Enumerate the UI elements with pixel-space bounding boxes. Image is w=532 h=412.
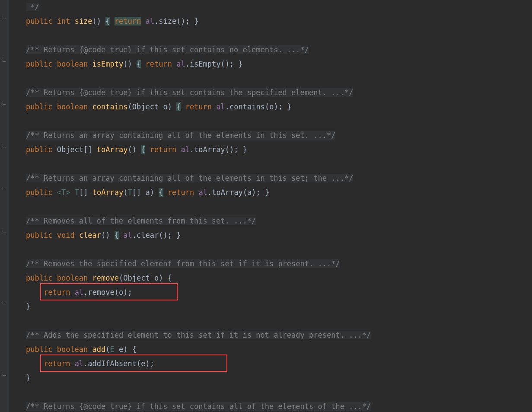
code-line[interactable]: public boolean isEmpty() { return al.isE… (26, 57, 532, 71)
blank-line[interactable] (26, 243, 532, 257)
kw-public: public (26, 17, 52, 26)
code-line[interactable]: public int size() { return al.size(); } (26, 14, 532, 29)
kw-int: int (57, 17, 70, 26)
blank-line[interactable] (26, 29, 532, 43)
javadoc-comment: /** Returns {@code true} if this set con… (26, 88, 353, 97)
code-line[interactable]: /** Adds the specified element to this s… (26, 328, 532, 342)
method-toArray-T: toArray (92, 188, 124, 197)
code-line[interactable]: /** Returns an array containing all of t… (26, 128, 532, 143)
javadoc-comment: /** Adds the specified element to this s… (26, 331, 371, 339)
fold-mark-icon[interactable] (3, 58, 6, 62)
kw-return: return (115, 17, 141, 26)
code-line[interactable]: public boolean contains(Object o) { retu… (26, 100, 532, 114)
blank-line[interactable] (26, 71, 532, 86)
code-line[interactable]: return al.remove(o); (26, 285, 532, 300)
javadoc-comment: /** Returns an array containing all of t… (26, 174, 353, 182)
method-add: add (92, 345, 106, 354)
code-line[interactable]: /** Returns {@code true} if this set con… (26, 399, 532, 412)
method-clear: clear (79, 231, 101, 240)
code-line[interactable]: return al.addIfAbsent(e); (26, 357, 532, 371)
code-editor[interactable]: */ public int size() { return al.size();… (26, 0, 532, 412)
code-line[interactable]: } (26, 371, 532, 385)
code-line[interactable]: } (26, 300, 532, 314)
code-line[interactable]: /** Removes the specified element from t… (26, 257, 532, 271)
fold-mark-icon[interactable] (3, 230, 6, 233)
javadoc-comment: /** Returns an array containing all of t… (26, 131, 335, 140)
method-isEmpty: isEmpty (92, 60, 124, 68)
javadoc-comment: /** Returns {@code true} if this set con… (26, 402, 371, 411)
code-line[interactable]: /** Removes all of the elements from thi… (26, 214, 532, 228)
method-contains: contains (92, 102, 128, 111)
open-brace: { (105, 17, 110, 26)
code-line[interactable]: public boolean add(E e) { (26, 342, 532, 357)
fold-mark-icon[interactable] (3, 187, 6, 190)
code-line[interactable]: public boolean remove(Object o) { (26, 271, 532, 285)
field-al: al (146, 17, 154, 26)
javadoc-comment: /** Removes all of the elements from thi… (26, 217, 256, 225)
call-size: size (159, 17, 176, 26)
fold-mark-icon[interactable] (3, 101, 6, 105)
blank-line[interactable] (26, 157, 532, 171)
method-toArray: toArray (97, 145, 128, 154)
blank-line[interactable] (26, 200, 532, 214)
javadoc-comment: /** Removes the specified element from t… (26, 259, 340, 268)
blank-line[interactable] (26, 385, 532, 399)
code-line[interactable]: public Object[] toArray() { return al.to… (26, 143, 532, 157)
code-line[interactable]: /** Returns {@code true} if this set con… (26, 43, 532, 57)
code-line[interactable]: /** Returns {@code true} if this set con… (26, 86, 532, 100)
fold-mark-icon[interactable] (3, 301, 6, 304)
blank-line[interactable] (26, 114, 532, 128)
method-remove: remove (92, 274, 119, 282)
method-size: size (75, 17, 92, 26)
comment-end: */ (26, 3, 39, 11)
code-line[interactable]: /** Returns an array containing all of t… (26, 171, 532, 185)
blank-line[interactable] (26, 314, 532, 328)
fold-mark-icon[interactable] (3, 16, 6, 19)
fold-mark-icon[interactable] (3, 372, 6, 376)
code-line[interactable]: */ (26, 0, 532, 14)
generic-T: <T> (57, 188, 70, 197)
javadoc-comment: /** Returns {@code true} if this set con… (26, 45, 309, 54)
fold-mark-icon[interactable] (3, 144, 6, 147)
code-line[interactable]: public void clear() { al.clear(); } (26, 228, 532, 243)
code-line[interactable]: public <T> T[] toArray(T[] a) { return a… (26, 185, 532, 200)
